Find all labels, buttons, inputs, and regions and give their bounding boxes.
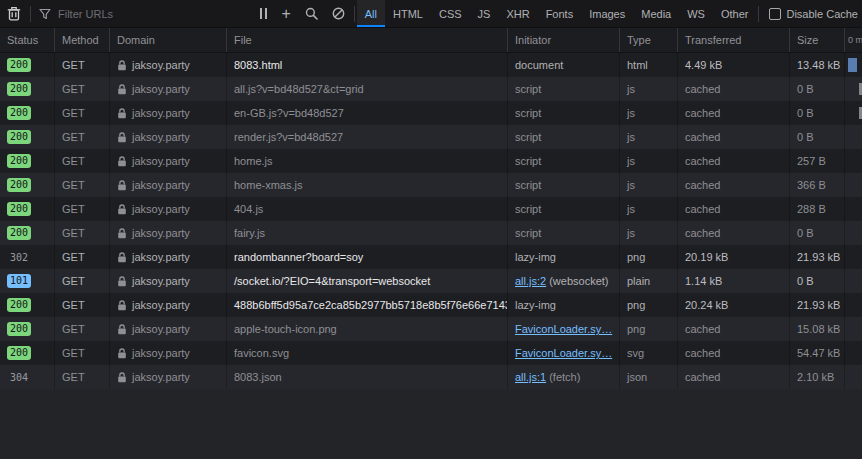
method-cell: GET bbox=[55, 245, 110, 269]
request-row[interactable]: 200GETjaksoy.partyall.js?v=bd48d527&ct=g… bbox=[0, 77, 862, 101]
tab-filter-all[interactable]: All bbox=[357, 0, 385, 27]
request-row[interactable]: 302GETjaksoy.partyrandombanner?board=soy… bbox=[0, 245, 862, 269]
column-header-size[interactable]: Size bbox=[790, 28, 845, 52]
filter-funnel-icon bbox=[39, 8, 51, 20]
tab-filter-css[interactable]: CSS bbox=[431, 0, 470, 27]
size-cell: 2.10 kB bbox=[790, 365, 845, 389]
status-badge: 200 bbox=[7, 226, 31, 240]
initiator-link[interactable]: all.js:2 bbox=[515, 275, 546, 287]
tab-filter-html[interactable]: HTML bbox=[385, 0, 431, 27]
toolbar-separator bbox=[30, 6, 31, 22]
request-row[interactable]: 101GETjaksoy.party/socket.io/?EIO=4&tran… bbox=[0, 269, 862, 293]
request-row[interactable]: 200GETjaksoy.party8083.htmldocumenthtml4… bbox=[0, 53, 862, 77]
waterfall-cell bbox=[845, 293, 862, 317]
transferred-cell: cached bbox=[678, 365, 790, 389]
request-row[interactable]: 200GETjaksoy.partyrender.js?v=bd48d527sc… bbox=[0, 125, 862, 149]
tab-filter-other[interactable]: Other bbox=[713, 0, 757, 27]
lock-icon bbox=[117, 348, 127, 359]
method-cell: GET bbox=[55, 221, 110, 245]
size-cell: 0 B bbox=[790, 125, 845, 149]
status-cell: 101 bbox=[0, 269, 55, 293]
tab-filter-ws[interactable]: WS bbox=[679, 0, 713, 27]
request-row[interactable]: 200GETjaksoy.partyapple-touch-icon.pngFa… bbox=[0, 317, 862, 341]
disable-cache-checkbox[interactable] bbox=[769, 8, 781, 20]
size-cell: 13.48 kB bbox=[790, 53, 845, 77]
domain-cell: jaksoy.party bbox=[110, 341, 227, 365]
domain-cell: jaksoy.party bbox=[110, 53, 227, 77]
initiator-link[interactable]: FaviconLoader.sy… bbox=[515, 323, 612, 335]
method-cell: GET bbox=[55, 317, 110, 341]
request-row[interactable]: 304GETjaksoy.party8083.jsonall.js:1 (fet… bbox=[0, 365, 862, 389]
method-cell: GET bbox=[55, 149, 110, 173]
initiator-text: document bbox=[515, 59, 563, 71]
search-icon bbox=[305, 7, 318, 20]
status-badge: 200 bbox=[7, 58, 31, 72]
column-header-domain[interactable]: Domain bbox=[110, 28, 227, 52]
request-row[interactable]: 200GETjaksoy.partyhome-xmas.jsscriptjsca… bbox=[0, 173, 862, 197]
domain-cell: jaksoy.party bbox=[110, 173, 227, 197]
transferred-cell: cached bbox=[678, 101, 790, 125]
request-row[interactable]: 200GETjaksoy.partyen-GB.js?v=bd48d527scr… bbox=[0, 101, 862, 125]
waterfall-cell bbox=[845, 221, 862, 245]
transferred-cell: 1.14 kB bbox=[678, 269, 790, 293]
request-row[interactable]: 200GETjaksoy.partyfairy.jsscriptjscached… bbox=[0, 221, 862, 245]
file-cell: 488b6bff5d95a7ce2ca85b2977bb5718e8b5f76e… bbox=[227, 293, 508, 317]
request-row[interactable]: 200GETjaksoy.party404.jsscriptjscached28… bbox=[0, 197, 862, 221]
size-cell: 257 B bbox=[790, 149, 845, 173]
tab-filter-images[interactable]: Images bbox=[581, 0, 633, 27]
type-cell: svg bbox=[620, 341, 678, 365]
column-header-type[interactable]: Type bbox=[620, 28, 678, 52]
initiator-text: script bbox=[515, 203, 541, 215]
lock-icon bbox=[117, 156, 127, 167]
tab-filter-xhr[interactable]: XHR bbox=[498, 0, 537, 27]
initiator-text: lazy-img bbox=[515, 251, 556, 263]
column-header-method[interactable]: Method bbox=[55, 28, 110, 52]
type-cell: js bbox=[620, 77, 678, 101]
domain-text: jaksoy.party bbox=[132, 275, 190, 287]
pause-icon bbox=[260, 8, 267, 19]
filter-urls-input[interactable]: Filter URLs bbox=[33, 0, 253, 27]
lock-icon bbox=[117, 180, 127, 191]
type-cell: json bbox=[620, 365, 678, 389]
disable-cache-toggle[interactable]: Disable Cache bbox=[761, 8, 862, 20]
type-cell: js bbox=[620, 173, 678, 197]
initiator-cell: script bbox=[508, 77, 620, 101]
tab-filter-fonts[interactable]: Fonts bbox=[538, 0, 582, 27]
pause-recording-button[interactable] bbox=[253, 2, 274, 26]
method-cell: GET bbox=[55, 53, 110, 77]
column-header-transferred[interactable]: Transferred bbox=[678, 28, 790, 52]
search-button[interactable] bbox=[298, 2, 325, 26]
tab-filter-js[interactable]: JS bbox=[470, 0, 499, 27]
column-header-initiator[interactable]: Initiator bbox=[508, 28, 620, 52]
column-header-file[interactable]: File bbox=[227, 28, 508, 52]
request-blocking-button[interactable] bbox=[325, 2, 352, 26]
lock-icon bbox=[117, 300, 127, 311]
column-header-waterfall[interactable]: 0 ms bbox=[845, 28, 862, 52]
file-cell: 404.js bbox=[227, 197, 508, 221]
status-cell: 200 bbox=[0, 293, 55, 317]
initiator-cell: document bbox=[508, 53, 620, 77]
size-cell: 366 B bbox=[790, 173, 845, 197]
domain-cell: jaksoy.party bbox=[110, 149, 227, 173]
waterfall-cell bbox=[845, 197, 862, 221]
size-cell: 0 B bbox=[790, 101, 845, 125]
size-cell: 0 B bbox=[790, 269, 845, 293]
initiator-link[interactable]: all.js:1 bbox=[515, 371, 546, 383]
status-cell: 200 bbox=[0, 221, 55, 245]
size-cell: 54.47 kB bbox=[790, 341, 845, 365]
request-row[interactable]: 200GETjaksoy.partyfavicon.svgFaviconLoad… bbox=[0, 341, 862, 365]
new-request-button[interactable]: + bbox=[274, 2, 297, 26]
lock-icon bbox=[117, 204, 127, 215]
initiator-text: script bbox=[515, 83, 541, 95]
column-header-status[interactable]: Status bbox=[0, 28, 55, 52]
method-cell: GET bbox=[55, 269, 110, 293]
waterfall-cell bbox=[845, 341, 862, 365]
tab-filter-media[interactable]: Media bbox=[633, 0, 679, 27]
status-cell: 302 bbox=[0, 245, 55, 269]
domain-text: jaksoy.party bbox=[132, 347, 190, 359]
clear-requests-button[interactable] bbox=[0, 2, 28, 26]
domain-text: jaksoy.party bbox=[132, 83, 190, 95]
request-row[interactable]: 200GETjaksoy.party488b6bff5d95a7ce2ca85b… bbox=[0, 293, 862, 317]
request-row[interactable]: 200GETjaksoy.partyhome.jsscriptjscached2… bbox=[0, 149, 862, 173]
initiator-link[interactable]: FaviconLoader.sy… bbox=[515, 347, 612, 359]
